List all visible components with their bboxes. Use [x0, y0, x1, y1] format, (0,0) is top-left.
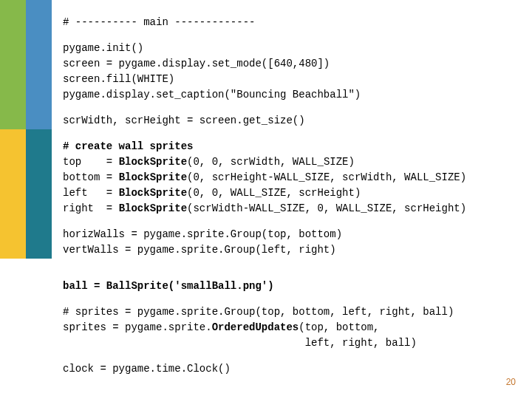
code-line: # create wall sprites — [63, 139, 510, 154]
code-line: top = BlockSprite(0, 0, scrWidth, WALL_S… — [63, 154, 510, 170]
accent-stripe — [26, 129, 52, 259]
accent-stripe — [0, 0, 26, 129]
code-line: ball = BallSprite('smallBall.png') — [63, 279, 510, 294]
code-line: left, right, ball) — [63, 335, 510, 351]
code-line: clock = pygame.time.Clock() — [63, 361, 510, 377]
code-line: horizWalls = pygame.sprite.Group(top, bo… — [63, 227, 510, 242]
code-line: # ---------- main ------------- — [63, 15, 510, 30]
accent-stripe — [26, 0, 52, 129]
code-line: left = BlockSprite(0, 0, WALL_SIZE, scrH… — [63, 185, 510, 201]
code-line: pygame.display.set_caption("Bouncing Bea… — [63, 87, 510, 103]
slide-accent-sidebar — [0, 0, 52, 399]
code-line: screen = pygame.display.set_mode([640,48… — [63, 56, 510, 72]
code-line: scrWidth, scrHeight = screen.get_size() — [63, 113, 510, 129]
accent-stripe — [0, 129, 26, 259]
code-line: vertWalls = pygame.sprite.Group(left, ri… — [63, 242, 510, 258]
code-line: right = BlockSprite(scrWidth-WALL_SIZE, … — [63, 201, 510, 216]
code-line: screen.fill(WHITE) — [63, 72, 510, 87]
code-line: bottom = BlockSprite(0, scrHeight-WALL_S… — [63, 170, 510, 185]
code-line: # sprites = pygame.sprite.Group(top, bot… — [63, 304, 510, 320]
code-block: # ---------- main ------------- pygame.i… — [63, 15, 510, 377]
code-line: pygame.init() — [63, 41, 510, 56]
page-number: 20 — [506, 375, 516, 389]
code-line: sprites = pygame.sprite.OrderedUpdates(t… — [63, 320, 510, 335]
